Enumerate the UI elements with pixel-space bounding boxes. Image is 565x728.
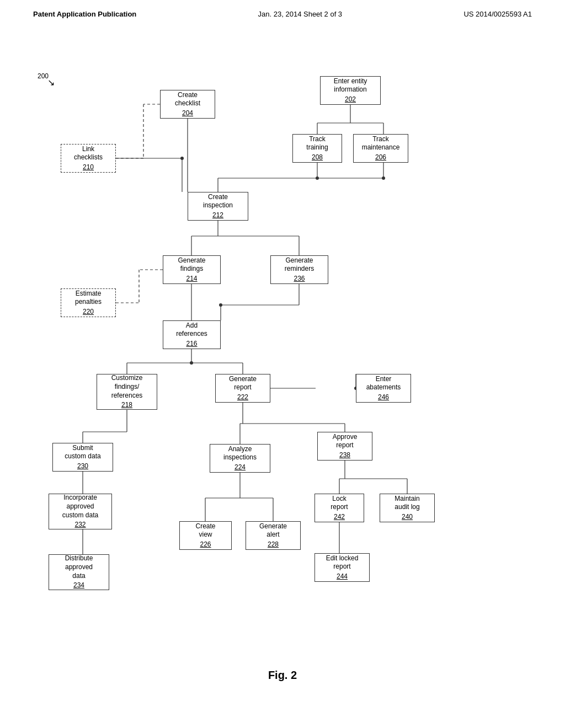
box-b220: Estimatepenalties220: [61, 288, 116, 317]
box-b208: Tracktraining208: [292, 134, 342, 163]
box-label-b236: Generatereminders: [285, 256, 314, 274]
box-num-b208: 208: [312, 153, 323, 162]
box-label-b224: Analyzeinspections: [223, 445, 257, 462]
box-num-b216: 216: [186, 340, 197, 349]
box-b212: Createinspection212: [188, 192, 248, 221]
box-num-b244: 244: [337, 572, 348, 581]
box-num-b220: 220: [83, 308, 94, 317]
header-center: Jan. 23, 2014 Sheet 2 of 3: [258, 10, 343, 18]
box-num-b218: 218: [121, 401, 132, 410]
arrow-indicator: ↘: [47, 77, 55, 88]
box-label-b222: Generatereport: [229, 375, 257, 392]
box-label-b216: Addreferences: [176, 322, 207, 339]
box-num-b212: 212: [212, 211, 223, 220]
box-b230: Submitcustom data230: [52, 443, 113, 472]
box-num-b202: 202: [345, 95, 356, 104]
box-label-b218: Customizefindings/references: [111, 374, 143, 400]
box-num-b240: 240: [402, 513, 413, 522]
svg-point-9: [180, 157, 184, 160]
box-b246: Enterabatements246: [356, 374, 411, 403]
box-b210: Linkchecklists210: [61, 144, 116, 173]
box-label-b244: Edit lockedreport: [326, 554, 359, 571]
figure-label: Fig. 2: [0, 669, 565, 693]
box-label-b246: Enterabatements: [366, 375, 401, 392]
box-b234: Distributeapproveddata234: [49, 554, 109, 590]
box-num-b238: 238: [339, 451, 350, 460]
box-b244: Edit lockedreport244: [315, 553, 370, 582]
svg-point-33: [190, 361, 193, 365]
box-b214: Generatefindings214: [163, 255, 221, 284]
box-num-b242: 242: [334, 513, 345, 522]
box-label-b206: Trackmaintenance: [362, 135, 400, 152]
box-label-b202: Enter entityinformation: [334, 77, 367, 94]
header: Patent Application Publication Jan. 23, …: [0, 0, 565, 18]
box-b222: Generatereport222: [215, 374, 270, 403]
box-num-b214: 214: [186, 275, 197, 283]
box-num-b210: 210: [83, 163, 94, 172]
svg-point-23: [219, 303, 222, 307]
box-num-b206: 206: [375, 153, 386, 162]
box-label-b238: Approvereport: [333, 433, 358, 450]
box-label-b204: Createchecklist: [175, 91, 200, 108]
box-label-b214: Generatefindings: [178, 256, 205, 274]
box-label-b242: Lockreport: [331, 495, 348, 512]
box-label-b234: Distributeapproveddata: [65, 554, 93, 580]
box-label-b240: Maintainaudit log: [395, 495, 419, 512]
svg-point-15: [382, 176, 385, 180]
box-b224: Analyzeinspections224: [210, 444, 270, 473]
box-num-b230: 230: [77, 462, 88, 471]
header-left: Patent Application Publication: [33, 10, 136, 18]
box-num-b228: 228: [268, 540, 279, 549]
box-b226: Createview226: [179, 521, 232, 550]
box-label-b208: Tracktraining: [306, 135, 328, 152]
box-label-b212: Createinspection: [203, 193, 233, 210]
box-b238: Approvereport238: [317, 432, 372, 461]
box-num-b236: 236: [294, 275, 305, 283]
box-label-b220: Estimatepenalties: [75, 290, 102, 307]
box-label-b232: Incorporateapprovedcustom data: [62, 494, 98, 520]
box-label-b210: Linkchecklists: [74, 145, 103, 162]
box-b204: Createchecklist204: [160, 90, 215, 119]
box-num-b246: 246: [378, 393, 389, 402]
diagram-area: 200 ↘: [0, 18, 565, 663]
page: Patent Application Publication Jan. 23, …: [0, 0, 565, 728]
box-b232: Incorporateapprovedcustom data232: [49, 494, 112, 529]
box-num-b232: 232: [74, 521, 86, 529]
svg-point-14: [316, 176, 319, 180]
box-b218: Customizefindings/references218: [97, 374, 157, 410]
box-num-b204: 204: [182, 109, 193, 118]
box-b206: Trackmaintenance206: [353, 134, 408, 163]
header-right: US 2014/0025593 A1: [463, 10, 532, 18]
box-b228: Generatealert228: [246, 521, 301, 550]
box-num-b226: 226: [200, 540, 211, 549]
box-num-b222: 222: [237, 393, 248, 402]
box-b236: Generatereminders236: [270, 255, 328, 284]
box-num-b234: 234: [73, 581, 84, 590]
box-num-b224: 224: [234, 463, 246, 472]
box-label-b230: Submitcustom data: [65, 444, 100, 461]
box-b216: Addreferences216: [163, 320, 221, 349]
box-label-b226: Createview: [195, 522, 215, 539]
box-label-b228: Generatealert: [259, 522, 287, 539]
box-b202: Enter entityinformation202: [320, 76, 381, 105]
box-b242: Lockreport242: [315, 494, 364, 522]
box-b240: Maintainaudit log240: [380, 494, 435, 522]
